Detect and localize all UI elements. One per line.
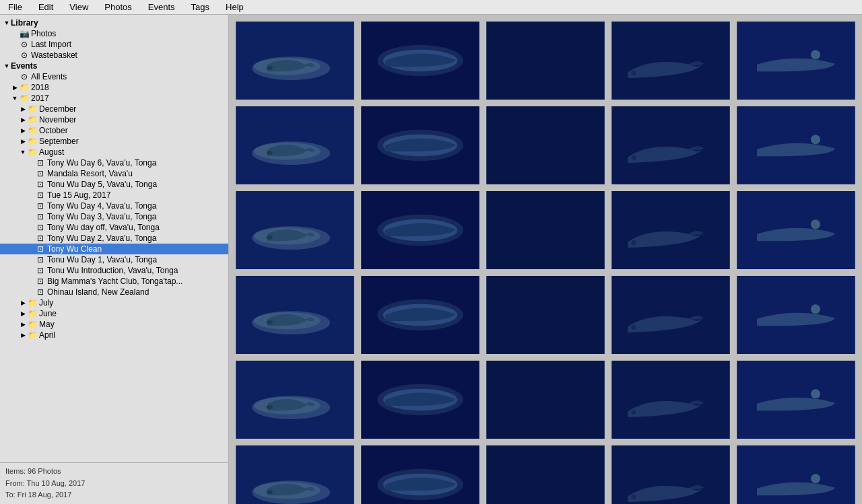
photo-thumbnail[interactable] — [610, 444, 731, 504]
september-icon: 📁 — [27, 137, 38, 146]
sidebar-item-april[interactable]: ▶ 📁 April — [0, 330, 228, 340]
sidebar-item-tonu-wu-day1[interactable]: ⊡ Tonu Wu Day 1, Vava'u, Tonga — [0, 254, 228, 265]
library-arrow: ▼ — [3, 20, 11, 26]
menu-help[interactable]: Help — [223, 1, 246, 13]
sidebar: ▼ Library 📷 Photos ⊙ Last Import ⊙ Waste… — [0, 15, 229, 504]
sidebar-item-all-events[interactable]: ⊙ All Events — [0, 71, 228, 82]
photo-thumbnail[interactable] — [234, 444, 356, 504]
big-mammas-label: Big Mamma's Yacht Club, Tonga'tap... — [47, 277, 183, 286]
photo-thumbnail[interactable] — [610, 359, 731, 440]
sidebar-item-tony-wu-day3[interactable]: ⊡ Tony Wu Day 3, Vava'u, Tonga — [0, 211, 228, 222]
may-label: May — [39, 320, 55, 329]
july-arrow: ▶ — [19, 299, 27, 306]
photo-thumbnail[interactable] — [360, 275, 481, 355]
august-icon: 📁 — [27, 147, 38, 157]
sidebar-item-last-import[interactable]: ⊙ Last Import — [0, 39, 228, 50]
photo-thumbnail[interactable] — [485, 359, 606, 440]
photo-thumbnail[interactable] — [610, 275, 731, 355]
photo-thumbnail[interactable] — [485, 20, 606, 101]
svg-rect-37 — [612, 191, 729, 269]
sidebar-section-library[interactable]: ▼ Library — [0, 17, 228, 28]
svg-rect-23 — [612, 106, 729, 184]
tue15-label: Tue 15 Aug, 2017 — [47, 190, 110, 200]
sidebar-item-tony-wu-day2[interactable]: ⊡ Tony Wu Day 2, Vava'u, Tonga — [0, 233, 228, 244]
sidebar-item-big-mammas[interactable]: ⊡ Big Mamma's Yacht Club, Tonga'tap... — [0, 276, 228, 287]
sidebar-item-tonu-wu-day5[interactable]: ⊡ Tonu Wu Day 5, Vava'u, Tonga — [0, 179, 228, 190]
sidebar-item-2017[interactable]: ▼ 📁 2017 — [0, 93, 228, 104]
sidebar-item-tony-wu-day6[interactable]: ⊡ Tony Wu Day 6, Vava'u, Tonga — [0, 157, 228, 168]
sidebar-item-june[interactable]: ▶ 📁 June — [0, 308, 228, 319]
photo-thumbnail[interactable] — [485, 105, 606, 186]
mandala-icon: ⊡ — [35, 169, 46, 178]
december-icon: 📁 — [27, 104, 38, 114]
photo-thumbnail[interactable] — [735, 20, 857, 101]
photo-thumbnail[interactable] — [485, 190, 606, 271]
june-label: June — [39, 309, 57, 318]
sidebar-item-september[interactable]: ▶ 📁 September — [0, 136, 228, 147]
sidebar-item-december[interactable]: ▶ 📁 December — [0, 104, 228, 114]
sidebar-item-may[interactable]: ▶ 📁 May — [0, 319, 228, 330]
sidebar-item-august[interactable]: ▼ 📁 August — [0, 147, 228, 157]
menu-edit[interactable]: Edit — [36, 1, 56, 13]
sidebar-item-october[interactable]: ▶ 📁 October — [0, 125, 228, 136]
tony-clean-icon: ⊡ — [35, 244, 46, 254]
photo-thumbnail[interactable] — [360, 190, 481, 271]
photo-thumbnail[interactable] — [360, 105, 481, 186]
menu-file[interactable]: File — [5, 1, 25, 13]
sidebar-item-ohinau[interactable]: ⊡ Ohinau Island, New Zealand — [0, 287, 228, 297]
tony-day2-icon: ⊡ — [35, 233, 46, 243]
menu-tags[interactable]: Tags — [189, 1, 212, 13]
sidebar-item-july[interactable]: ▶ 📁 July — [0, 297, 228, 308]
photo-thumbnail[interactable] — [485, 275, 606, 355]
photo-thumbnail[interactable] — [610, 190, 731, 271]
sidebar-item-tue15aug[interactable]: ⊡ Tue 15 Aug, 2017 — [0, 190, 228, 201]
august-label: August — [39, 147, 64, 157]
photo-thumbnail[interactable] — [735, 190, 857, 271]
ohinau-icon: ⊡ — [35, 287, 46, 297]
svg-point-55 — [814, 305, 818, 314]
photo-thumbnail[interactable] — [735, 105, 857, 186]
sidebar-item-mandala[interactable]: ⊡ Mandala Resort, Vava'u — [0, 168, 228, 179]
tonu-day1-icon: ⊡ — [35, 255, 46, 264]
photo-thumbnail[interactable] — [234, 190, 356, 271]
photo-thumbnail[interactable] — [735, 275, 857, 355]
sidebar-item-wastebasket[interactable]: ⊙ Wastebasket — [0, 50, 228, 61]
last-import-icon: ⊙ — [19, 40, 30, 49]
sidebar-item-november[interactable]: ▶ 📁 November — [0, 114, 228, 125]
sidebar-item-2018[interactable]: ▶ 📁 2018 — [0, 82, 228, 93]
photo-thumbnail[interactable] — [234, 275, 356, 355]
events-arrow: ▼ — [3, 63, 11, 69]
from-value: Thu 10 Aug, 2017 — [27, 479, 86, 487]
photo-thumbnail[interactable] — [610, 20, 731, 101]
tonu-intro-icon: ⊡ — [35, 266, 46, 275]
sidebar-section-events[interactable]: ▼ Events — [0, 61, 228, 71]
sidebar-item-tony-wu-day4[interactable]: ⊡ Tony Wu Day 4, Vava'u, Tonga — [0, 201, 228, 211]
sidebar-item-tony-wu-dayoff[interactable]: ⊡ Tony Wu day off, Vava'u, Tonga — [0, 222, 228, 233]
photo-thumbnail[interactable] — [735, 444, 857, 504]
may-icon: 📁 — [27, 320, 38, 329]
photo-thumbnail[interactable] — [360, 359, 481, 440]
svg-rect-36 — [487, 191, 604, 269]
photo-thumbnail[interactable] — [485, 444, 606, 504]
ohinau-label: Ohinau Island, New Zealand — [47, 287, 149, 297]
photo-thumbnail[interactable] — [234, 105, 356, 186]
sidebar-item-tonu-wu-intro[interactable]: ⊡ Tonu Wu Introduction, Vava'u, Tonga — [0, 265, 228, 276]
svg-point-69 — [814, 390, 818, 398]
menu-events[interactable]: Events — [145, 1, 178, 13]
sidebar-item-photos[interactable]: 📷 Photos — [0, 28, 228, 39]
menu-view[interactable]: View — [67, 1, 91, 13]
photo-thumbnail[interactable] — [234, 359, 356, 440]
menu-photos[interactable]: Photos — [102, 1, 134, 13]
sidebar-item-tony-wu-clean[interactable]: ⊡ Tony Wu Clean — [0, 244, 228, 254]
september-label: September — [39, 137, 79, 146]
november-icon: 📁 — [27, 115, 38, 124]
photo-thumbnail[interactable] — [360, 20, 481, 101]
photo-thumbnail[interactable] — [234, 20, 356, 101]
year-2017-label: 2017 — [31, 94, 49, 103]
photo-thumbnail[interactable] — [735, 359, 857, 440]
november-label: November — [39, 115, 76, 124]
photo-thumbnail[interactable] — [610, 105, 731, 186]
photo-thumbnail[interactable] — [360, 444, 481, 504]
svg-point-31 — [267, 236, 273, 240]
all-events-icon: ⊙ — [19, 72, 30, 81]
